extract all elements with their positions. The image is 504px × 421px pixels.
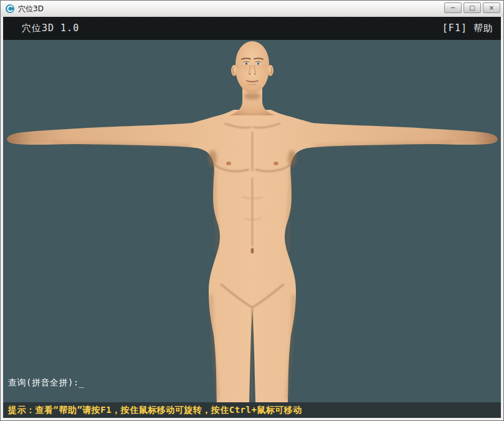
app-window: 穴位3D ─ □ × 穴位3D 1.0 [F1] 帮助 xyxy=(0,0,504,421)
close-icon: × xyxy=(489,5,494,11)
app-title: 穴位3D 1.0 xyxy=(22,22,79,34)
ear-right xyxy=(267,65,273,76)
query-cursor: _ xyxy=(79,377,85,387)
close-button[interactable]: × xyxy=(483,2,500,13)
model-head xyxy=(231,41,273,93)
client-area: 穴位3D 1.0 [F1] 帮助 xyxy=(3,17,501,418)
maximize-icon: □ xyxy=(469,5,475,11)
window-controls: ─ □ × xyxy=(444,1,500,13)
minimize-button[interactable]: ─ xyxy=(444,2,462,13)
titlebar[interactable]: 穴位3D ─ □ × xyxy=(1,1,503,17)
model-viewport[interactable]: 查询(拼音全拼):_ xyxy=(3,40,501,402)
minimize-icon: ─ xyxy=(451,5,455,11)
window-title: 穴位3D xyxy=(18,4,44,14)
model-body xyxy=(7,110,498,402)
help-hint: [F1] 帮助 xyxy=(442,22,493,34)
nipple-left xyxy=(226,162,231,165)
body-model-3d[interactable] xyxy=(3,40,501,402)
status-bar: 提示：查看“帮助”请按F1，按住鼠标移动可旋转，按住Ctrl+鼠标可移动 xyxy=(3,402,501,418)
app-icon[interactable] xyxy=(5,4,15,14)
app-header: 穴位3D 1.0 [F1] 帮助 xyxy=(3,17,501,40)
navel xyxy=(251,248,254,254)
status-text: 提示：查看“帮助”请按F1，按住鼠标移动可旋转，按住Ctrl+鼠标可移动 xyxy=(8,405,302,416)
nipple-right xyxy=(273,162,278,165)
query-label: 查询(拼音全拼): xyxy=(8,377,79,387)
query-input[interactable]: 查询(拼音全拼):_ xyxy=(8,377,85,389)
maximize-button[interactable]: □ xyxy=(464,2,481,13)
ear-left xyxy=(231,65,237,76)
